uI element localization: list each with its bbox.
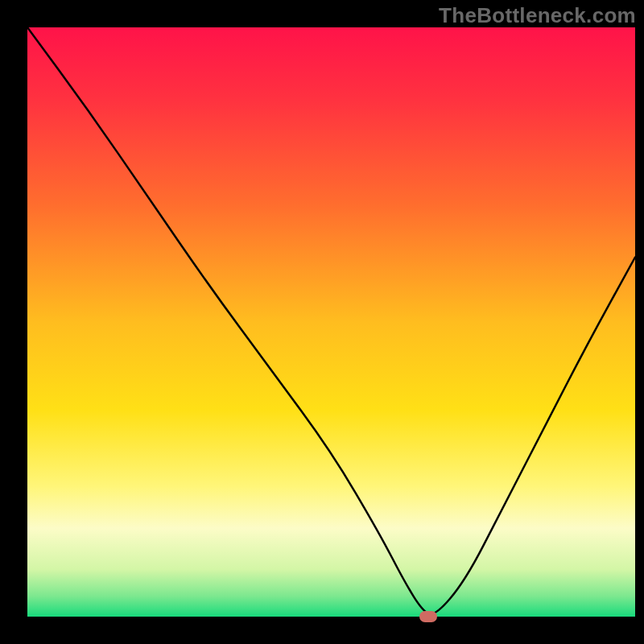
gradient-background (27, 27, 635, 617)
plot-area (27, 27, 635, 617)
chart-frame: TheBottleneck.com (0, 0, 644, 644)
watermark-text: TheBottleneck.com (439, 3, 636, 28)
chart-svg (27, 27, 635, 617)
optimal-marker (419, 611, 437, 622)
